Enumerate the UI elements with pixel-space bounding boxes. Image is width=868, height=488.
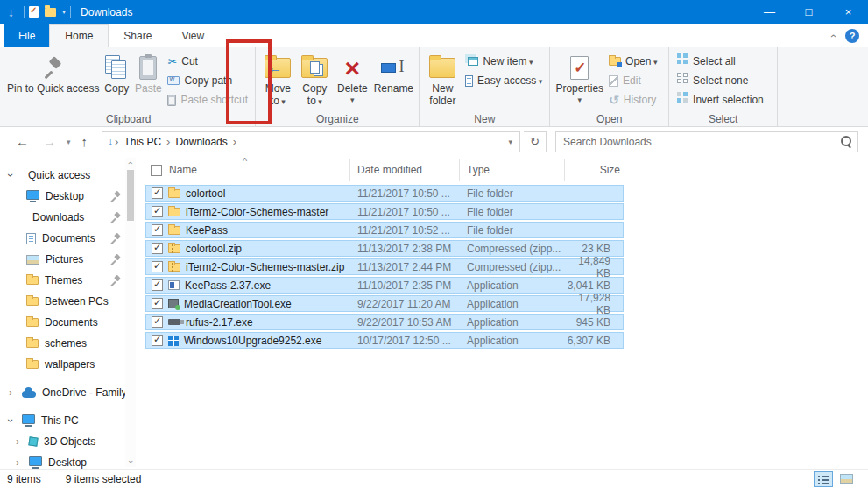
copy-button[interactable]: Copy	[101, 50, 132, 97]
expander-chevron-icon[interactable]	[5, 386, 16, 399]
move-to-button[interactable]: Move to	[259, 50, 296, 110]
sidebar-item[interactable]: Pictures	[0, 249, 145, 270]
sidebar-item[interactable]: wallpapers	[0, 354, 145, 375]
row-checkbox[interactable]	[152, 206, 163, 217]
file-row[interactable]: Windows10Upgrade9252.exe 10/17/2017 12:5…	[145, 332, 624, 349]
header-date-modified[interactable]: Date modified	[350, 159, 460, 181]
invert-selection-button[interactable]: Invert selection	[673, 91, 767, 109]
paste-button[interactable]: Paste	[132, 50, 164, 97]
open-button[interactable]: Open	[605, 53, 665, 70]
file-row[interactable]: KeePass 11/21/2017 10:52 ... File folder	[145, 222, 624, 238]
row-checkbox[interactable]	[152, 335, 163, 346]
properties-qat-icon[interactable]	[29, 6, 39, 18]
select-none-button[interactable]: Select none	[673, 72, 767, 89]
customize-qat-dropdown-icon[interactable]: ▾	[62, 8, 66, 16]
file-rows: colortool 11/21/2017 10:50 ... File fold…	[145, 185, 868, 349]
header-name[interactable]: Name ^	[145, 159, 350, 181]
search-icon[interactable]	[841, 136, 852, 147]
sidebar-item[interactable]: Quick access	[0, 165, 145, 186]
sidebar-item[interactable]: Downloads	[0, 207, 145, 228]
sidebar-item[interactable]: schemes	[0, 333, 145, 354]
breadcrumb-downloads[interactable]: Downloads	[170, 136, 232, 148]
scroll-down-icon[interactable]	[125, 456, 136, 467]
history-button[interactable]: ↺ History	[605, 91, 665, 109]
sidebar-item[interactable]: This PC	[0, 410, 145, 431]
pin-to-quick-access-button[interactable]: Pin to Quick access	[5, 50, 101, 97]
address-dropdown-icon[interactable]: ▾	[504, 138, 519, 146]
copy-to-button[interactable]: Copy to	[296, 50, 333, 110]
breadcrumb-chevron-icon: ›	[233, 135, 236, 148]
header-size[interactable]: Size	[565, 159, 629, 181]
sort-ascending-icon[interactable]: ^	[243, 156, 247, 166]
details-view-icon	[818, 475, 829, 484]
row-checkbox[interactable]	[152, 187, 163, 199]
up-button[interactable]: ↑	[76, 134, 94, 149]
row-checkbox[interactable]	[152, 261, 163, 272]
help-icon[interactable]: ?	[845, 29, 859, 43]
new-folder-qat-icon[interactable]	[45, 8, 56, 17]
select-all-button[interactable]: Select all	[673, 53, 767, 70]
new-folder-icon	[429, 58, 455, 78]
expander-chevron-icon[interactable]	[5, 414, 16, 427]
maximize-button[interactable]: □	[789, 0, 829, 24]
minimize-button[interactable]: —	[750, 0, 789, 24]
search-box[interactable]	[555, 131, 858, 152]
collapse-ribbon-icon[interactable]: ›	[827, 34, 839, 38]
file-row[interactable]: iTerm2-Color-Schemes-master.zip 11/13/20…	[145, 258, 624, 275]
sidebar-scrollbar[interactable]	[125, 158, 136, 467]
address-bar[interactable]: ↓ › This PC › Downloads › ▾	[102, 131, 520, 152]
file-row[interactable]: iTerm2-Color-Schemes-master 11/21/2017 1…	[145, 203, 624, 220]
sidebar-item[interactable]: Desktop	[0, 186, 145, 207]
paste-shortcut-button[interactable]: Paste shortcut	[164, 91, 251, 109]
header-type[interactable]: Type	[460, 159, 565, 181]
close-button[interactable]: ×	[829, 0, 868, 24]
sidebar-item[interactable]: OneDrive - Family	[0, 382, 145, 403]
sidebar-item[interactable]: Documents	[0, 312, 145, 333]
row-checkbox[interactable]	[152, 243, 163, 254]
sidebar-item[interactable]: Between PCs	[0, 291, 145, 312]
row-checkbox[interactable]	[152, 298, 163, 309]
pushpin-icon	[44, 57, 63, 78]
sidebar-item[interactable]: Documents	[0, 228, 145, 249]
file-row[interactable]: colortool 11/21/2017 10:50 ... File fold…	[145, 185, 624, 202]
details-view-button[interactable]	[814, 471, 833, 487]
sidebar-item[interactable]: 3D Objects	[0, 431, 145, 452]
file-row[interactable]: colortool.zip 11/13/2017 2:38 PM Compres…	[145, 240, 624, 257]
copy-path-button[interactable]: Copy path	[164, 72, 251, 89]
easy-access-button[interactable]: Easy access	[462, 72, 546, 89]
tab-home[interactable]: Home	[49, 24, 109, 47]
forward-button[interactable]: →	[38, 134, 61, 149]
file-row[interactable]: MediaCreationTool.exe 9/22/2017 11:20 AM…	[145, 295, 624, 312]
back-button[interactable]: ←	[11, 134, 34, 149]
properties-button[interactable]: Properties ▾	[554, 50, 605, 106]
new-folder-button[interactable]: New folder	[423, 50, 462, 110]
row-checkbox[interactable]	[152, 224, 163, 236]
rename-button[interactable]: Rename	[371, 50, 415, 97]
file-type-icon	[168, 189, 180, 198]
expander-chevron-icon[interactable]	[5, 169, 16, 181]
file-row[interactable]: KeePass-2.37.exe 11/10/2017 2:35 PM Appl…	[145, 277, 624, 294]
scroll-up-icon[interactable]	[125, 158, 136, 168]
edit-button[interactable]: Edit	[605, 72, 665, 89]
refresh-icon[interactable]: ↻	[524, 131, 547, 152]
cut-button[interactable]: ✂ Cut	[164, 53, 251, 70]
expander-chevron-icon[interactable]	[12, 456, 23, 469]
row-checkbox[interactable]	[152, 316, 163, 328]
search-input[interactable]	[563, 136, 841, 148]
breadcrumb-this-pc[interactable]: This PC	[118, 136, 166, 148]
row-checkbox[interactable]	[152, 279, 163, 291]
large-icons-view-button[interactable]	[836, 471, 856, 487]
file-row[interactable]: rufus-2.17.exe 9/22/2017 10:53 AM Applic…	[145, 314, 624, 330]
tab-share[interactable]: Share	[109, 24, 166, 47]
tab-view[interactable]: View	[166, 24, 219, 47]
scrollbar-thumb[interactable]	[127, 170, 134, 221]
delete-button[interactable]: × Delete ▾	[333, 50, 371, 106]
tab-file[interactable]: File	[4, 24, 49, 47]
recent-locations-dropdown-icon[interactable]: ▾	[65, 138, 73, 146]
select-all-checkbox[interactable]	[151, 165, 162, 176]
ribbon-group-open: Properties ▾ Open Edit ↺ History	[550, 47, 669, 126]
sidebar-item[interactable]: Themes	[0, 270, 145, 291]
new-item-button[interactable]: New item	[462, 53, 546, 70]
sidebar-item[interactable]: Desktop	[0, 452, 145, 469]
expander-chevron-icon[interactable]	[12, 435, 23, 448]
